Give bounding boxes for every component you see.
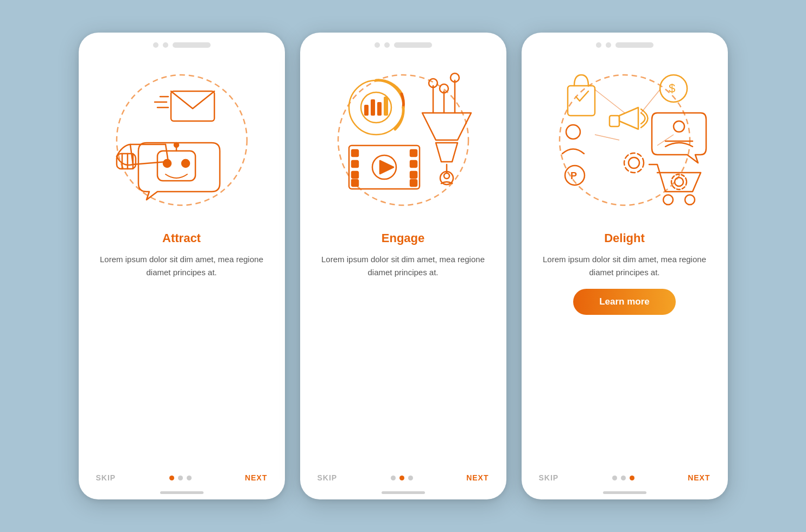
svg-point-15 bbox=[349, 80, 403, 135]
camera-dot-3 bbox=[596, 42, 601, 48]
svg-line-62 bbox=[595, 135, 619, 140]
phone-screen-delight: $ bbox=[522, 33, 728, 499]
svg-line-60 bbox=[595, 90, 625, 113]
svg-marker-28 bbox=[436, 143, 458, 162]
dot-1 bbox=[169, 476, 174, 480]
svg-rect-36 bbox=[352, 180, 358, 186]
attract-next[interactable]: NEXT bbox=[245, 473, 267, 482]
attract-illustration bbox=[95, 53, 269, 227]
svg-rect-35 bbox=[352, 172, 358, 178]
speaker-dot bbox=[163, 42, 168, 48]
attract-dots bbox=[169, 476, 192, 480]
svg-text:P: P bbox=[570, 170, 577, 181]
dot-1 bbox=[612, 476, 617, 480]
delight-title: Delight bbox=[604, 231, 645, 245]
home-indicator-2 bbox=[382, 491, 425, 494]
dot-3 bbox=[630, 476, 634, 480]
camera-dot bbox=[153, 42, 158, 48]
dot-2 bbox=[178, 476, 183, 480]
svg-rect-49 bbox=[610, 116, 619, 126]
delight-skip[interactable]: SKIP bbox=[539, 473, 559, 482]
delight-dots bbox=[612, 476, 634, 480]
svg-point-57 bbox=[685, 195, 695, 205]
svg-point-53 bbox=[624, 153, 644, 173]
svg-rect-39 bbox=[410, 172, 417, 178]
svg-rect-9 bbox=[157, 151, 195, 181]
home-indicator bbox=[160, 491, 204, 494]
phone-top-bar bbox=[153, 42, 211, 48]
delight-illustration: $ bbox=[538, 53, 712, 227]
dot-2 bbox=[399, 476, 404, 480]
dot-2 bbox=[621, 476, 626, 480]
engage-skip[interactable]: SKIP bbox=[318, 473, 338, 482]
attract-skip[interactable]: SKIP bbox=[96, 473, 116, 482]
svg-point-0 bbox=[117, 75, 247, 205]
dot-3 bbox=[408, 476, 413, 480]
svg-rect-19 bbox=[377, 102, 382, 116]
phone-screen-engage: Engage Lorem ipsum dolor sit dim amet, m… bbox=[300, 33, 506, 499]
svg-point-54 bbox=[674, 121, 684, 132]
phone-screen-attract: Attract Lorem ipsum dolor sit dim amet, … bbox=[79, 33, 285, 499]
engage-title: Engage bbox=[382, 231, 424, 245]
svg-point-13 bbox=[174, 143, 179, 147]
engage-dots bbox=[391, 476, 413, 480]
svg-rect-33 bbox=[352, 150, 358, 156]
engage-next[interactable]: NEXT bbox=[466, 473, 488, 482]
dot-1 bbox=[391, 476, 396, 480]
delight-desc: Lorem ipsum dolor sit dim amet, mea regi… bbox=[522, 253, 728, 279]
svg-point-31 bbox=[444, 173, 449, 179]
svg-rect-38 bbox=[410, 161, 417, 167]
dot-3 bbox=[187, 476, 192, 480]
svg-point-56 bbox=[663, 195, 673, 205]
learn-more-button[interactable]: Learn more bbox=[573, 289, 676, 315]
screens-container: Attract Lorem ipsum dolor sit dim amet, … bbox=[79, 33, 728, 499]
status-bar-3 bbox=[615, 42, 653, 48]
phone-top-bar-2 bbox=[375, 42, 432, 48]
speaker-dot-2 bbox=[384, 42, 390, 48]
svg-point-11 bbox=[182, 160, 189, 167]
engage-illustration bbox=[316, 53, 490, 227]
svg-text:$: $ bbox=[669, 81, 675, 95]
attract-bottom-nav: SKIP NEXT bbox=[79, 473, 285, 482]
svg-point-58 bbox=[675, 178, 683, 186]
svg-rect-17 bbox=[364, 105, 369, 116]
attract-desc: Lorem ipsum dolor sit dim amet, mea regi… bbox=[79, 253, 285, 279]
svg-marker-27 bbox=[422, 113, 471, 140]
svg-rect-34 bbox=[352, 161, 358, 167]
svg-rect-18 bbox=[371, 99, 375, 116]
svg-marker-42 bbox=[380, 161, 394, 174]
phone-top-bar-3 bbox=[596, 42, 653, 48]
svg-point-10 bbox=[163, 160, 171, 167]
delight-bottom-nav: SKIP NEXT bbox=[522, 473, 728, 482]
engage-desc: Lorem ipsum dolor sit dim amet, mea regi… bbox=[300, 253, 506, 279]
attract-title: Attract bbox=[162, 231, 201, 245]
speaker-dot-3 bbox=[606, 42, 611, 48]
status-bar-2 bbox=[394, 42, 432, 48]
delight-next[interactable]: NEXT bbox=[688, 473, 710, 482]
svg-rect-40 bbox=[410, 180, 417, 186]
engage-bottom-nav: SKIP NEXT bbox=[300, 473, 506, 482]
svg-point-52 bbox=[629, 157, 639, 168]
camera-dot-2 bbox=[375, 42, 380, 48]
svg-rect-20 bbox=[384, 97, 388, 116]
svg-point-47 bbox=[566, 125, 580, 139]
svg-rect-44 bbox=[568, 86, 595, 116]
status-bar bbox=[173, 42, 211, 48]
svg-rect-37 bbox=[410, 150, 417, 156]
svg-line-61 bbox=[641, 90, 660, 113]
home-indicator-3 bbox=[603, 491, 646, 494]
